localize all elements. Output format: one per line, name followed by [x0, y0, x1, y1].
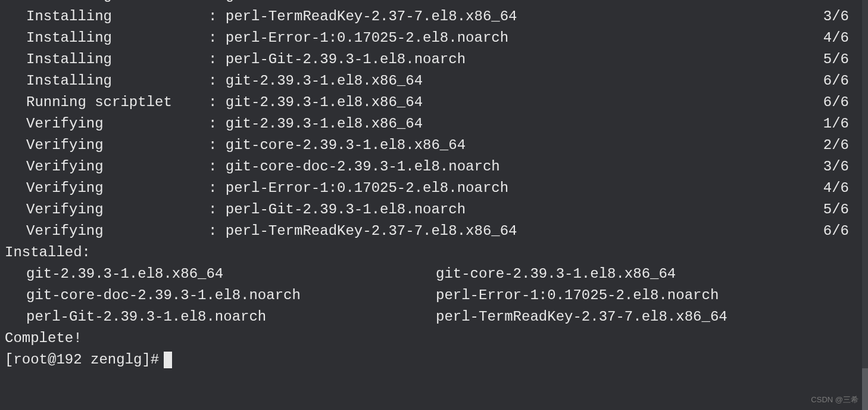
- progress-counter: 4/6: [823, 178, 863, 199]
- package-name: : git-2.39.3-1.el8.x86_64: [208, 113, 823, 135]
- action-label: Installing: [26, 0, 208, 6]
- installed-package: perl-TermReadKey-2.37-7.el8.x86_64: [436, 306, 863, 328]
- package-name: : perl-TermReadKey-2.37-7.el8.x86_64: [208, 220, 823, 242]
- output-line: Installing : git-core-doc-2.39.3-1.el8.n…: [5, 0, 863, 6]
- output-line: Verifying : perl-TermReadKey-2.37-7.el8.…: [5, 220, 863, 242]
- output-line: Installing : perl-Git-2.39.3-1.el8.noarc…: [5, 49, 863, 70]
- package-name: : perl-Git-2.39.3-1.el8.noarch: [208, 199, 823, 220]
- action-label: Installing: [26, 27, 208, 49]
- action-label: Running scriptlet: [26, 92, 208, 113]
- progress-counter: 3/6: [823, 156, 863, 178]
- installed-packages-list: git-2.39.3-1.el8.x86_64 git-core-2.39.3-…: [5, 263, 863, 328]
- action-label: Verifying: [26, 135, 208, 156]
- installed-package: perl-Git-2.39.3-1.el8.noarch: [26, 306, 436, 328]
- progress-counter: 3/6: [823, 6, 863, 27]
- progress-counter: 2/6: [823, 0, 863, 6]
- package-name: : perl-TermReadKey-2.37-7.el8.x86_64: [208, 6, 823, 27]
- output-line: Verifying : perl-Error-1:0.17025-2.el8.n…: [5, 178, 863, 199]
- package-name: : perl-Error-1:0.17025-2.el8.noarch: [208, 178, 823, 199]
- progress-counter: 1/6: [823, 113, 863, 135]
- progress-counter: 6/6: [823, 220, 863, 242]
- progress-counter: 6/6: [823, 70, 863, 92]
- output-line: Installing : perl-TermReadKey-2.37-7.el8…: [5, 6, 863, 27]
- output-line: Installing : git-2.39.3-1.el8.x86_64 6/6: [5, 70, 863, 92]
- watermark: CSDN @三希: [811, 394, 858, 406]
- progress-counter: 5/6: [823, 49, 863, 70]
- output-line: Verifying : git-2.39.3-1.el8.x86_64 1/6: [5, 113, 863, 135]
- installed-package: git-core-doc-2.39.3-1.el8.noarch: [26, 285, 436, 306]
- complete-message: Complete!: [5, 328, 863, 349]
- progress-counter: 5/6: [823, 199, 863, 220]
- progress-counter: 6/6: [823, 92, 863, 113]
- installed-package: git-2.39.3-1.el8.x86_64: [26, 263, 436, 285]
- scrollbar[interactable]: [862, 0, 868, 410]
- terminal-output[interactable]: Installing : git-core-doc-2.39.3-1.el8.n…: [5, 0, 863, 395]
- shell-prompt: [root@192 zenglg]#: [5, 349, 159, 371]
- action-label: Installing: [26, 6, 208, 27]
- package-name: : perl-Error-1:0.17025-2.el8.noarch: [208, 27, 823, 49]
- action-label: Verifying: [26, 156, 208, 178]
- scrollbar-thumb[interactable]: [862, 368, 868, 410]
- action-label: Verifying: [26, 220, 208, 242]
- output-line: Verifying : git-core-doc-2.39.3-1.el8.no…: [5, 156, 863, 178]
- action-label: Installing: [26, 70, 208, 92]
- action-label: Verifying: [26, 113, 208, 135]
- installed-header: Installed:: [5, 242, 863, 263]
- package-name: : git-2.39.3-1.el8.x86_64: [208, 92, 823, 113]
- package-name: : git-core-doc-2.39.3-1.el8.noarch: [208, 156, 823, 178]
- action-label: Verifying: [26, 199, 208, 220]
- output-line: Verifying : perl-Git-2.39.3-1.el8.noarch…: [5, 199, 863, 220]
- cursor-icon: [164, 352, 172, 368]
- progress-counter: 2/6: [823, 135, 863, 156]
- installed-package: git-core-2.39.3-1.el8.x86_64: [436, 263, 863, 285]
- output-line: Running scriptlet : git-2.39.3-1.el8.x86…: [5, 92, 863, 113]
- action-label: Verifying: [26, 178, 208, 199]
- action-label: Installing: [26, 49, 208, 70]
- package-name: : git-core-2.39.3-1.el8.x86_64: [208, 135, 823, 156]
- installed-package: perl-Error-1:0.17025-2.el8.noarch: [436, 285, 863, 306]
- package-name: : git-core-doc-2.39.3-1.el8.noarch: [208, 0, 823, 6]
- progress-counter: 4/6: [823, 27, 863, 49]
- prompt-line[interactable]: [root@192 zenglg]#: [5, 349, 863, 371]
- output-line: Installing : perl-Error-1:0.17025-2.el8.…: [5, 27, 863, 49]
- package-name: : perl-Git-2.39.3-1.el8.noarch: [208, 49, 823, 70]
- output-line: Verifying : git-core-2.39.3-1.el8.x86_64…: [5, 135, 863, 156]
- package-name: : git-2.39.3-1.el8.x86_64: [208, 70, 823, 92]
